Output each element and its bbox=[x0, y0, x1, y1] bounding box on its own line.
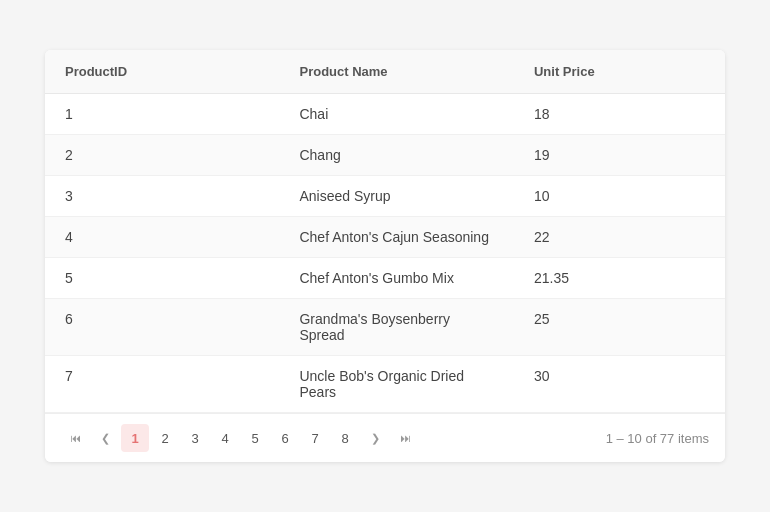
cell-id: 5 bbox=[45, 258, 279, 299]
page-info: 1 – 10 of 77 items bbox=[606, 431, 709, 446]
table-row: 5Chef Anton's Gumbo Mix21.35 bbox=[45, 258, 725, 299]
product-table: ProductID Product Name Unit Price 1Chai1… bbox=[45, 50, 725, 413]
pagination-bar: ⏮ ❮ 12345678 ❯ ⏭ 1 – 10 of 77 items bbox=[45, 413, 725, 462]
cell-price: 18 bbox=[514, 94, 725, 135]
table-row: 7Uncle Bob's Organic Dried Pears30 bbox=[45, 356, 725, 413]
cell-id: 7 bbox=[45, 356, 279, 413]
table-row: 2Chang19 bbox=[45, 135, 725, 176]
page-number-button[interactable]: 3 bbox=[181, 424, 209, 452]
page-number-button[interactable]: 1 bbox=[121, 424, 149, 452]
cell-id: 3 bbox=[45, 176, 279, 217]
page-number-button[interactable]: 8 bbox=[331, 424, 359, 452]
table-row: 6Grandma's Boysenberry Spread25 bbox=[45, 299, 725, 356]
table-row: 3Aniseed Syrup10 bbox=[45, 176, 725, 217]
next-page-button[interactable]: ❯ bbox=[361, 424, 389, 452]
page-number-button[interactable]: 6 bbox=[271, 424, 299, 452]
data-grid: ProductID Product Name Unit Price 1Chai1… bbox=[45, 50, 725, 462]
cell-price: 22 bbox=[514, 217, 725, 258]
column-header-id: ProductID bbox=[45, 50, 279, 94]
page-number-button[interactable]: 5 bbox=[241, 424, 269, 452]
cell-price: 30 bbox=[514, 356, 725, 413]
page-number-button[interactable]: 4 bbox=[211, 424, 239, 452]
cell-name: Aniseed Syrup bbox=[279, 176, 513, 217]
cell-name: Grandma's Boysenberry Spread bbox=[279, 299, 513, 356]
cell-id: 1 bbox=[45, 94, 279, 135]
first-page-button[interactable]: ⏮ bbox=[61, 424, 89, 452]
cell-name: Chang bbox=[279, 135, 513, 176]
column-header-name: Product Name bbox=[279, 50, 513, 94]
cell-price: 19 bbox=[514, 135, 725, 176]
page-buttons: ⏮ ❮ 12345678 ❯ ⏭ bbox=[61, 424, 419, 452]
cell-name: Chef Anton's Cajun Seasoning bbox=[279, 217, 513, 258]
last-page-button[interactable]: ⏭ bbox=[391, 424, 419, 452]
page-number-button[interactable]: 2 bbox=[151, 424, 179, 452]
cell-price: 21.35 bbox=[514, 258, 725, 299]
cell-name: Chef Anton's Gumbo Mix bbox=[279, 258, 513, 299]
table-header-row: ProductID Product Name Unit Price bbox=[45, 50, 725, 94]
table-row: 1Chai18 bbox=[45, 94, 725, 135]
cell-id: 2 bbox=[45, 135, 279, 176]
prev-page-button[interactable]: ❮ bbox=[91, 424, 119, 452]
cell-price: 25 bbox=[514, 299, 725, 356]
cell-id: 6 bbox=[45, 299, 279, 356]
cell-name: Uncle Bob's Organic Dried Pears bbox=[279, 356, 513, 413]
cell-id: 4 bbox=[45, 217, 279, 258]
cell-name: Chai bbox=[279, 94, 513, 135]
column-header-price: Unit Price bbox=[514, 50, 725, 94]
page-number-button[interactable]: 7 bbox=[301, 424, 329, 452]
table-row: 4Chef Anton's Cajun Seasoning22 bbox=[45, 217, 725, 258]
cell-price: 10 bbox=[514, 176, 725, 217]
